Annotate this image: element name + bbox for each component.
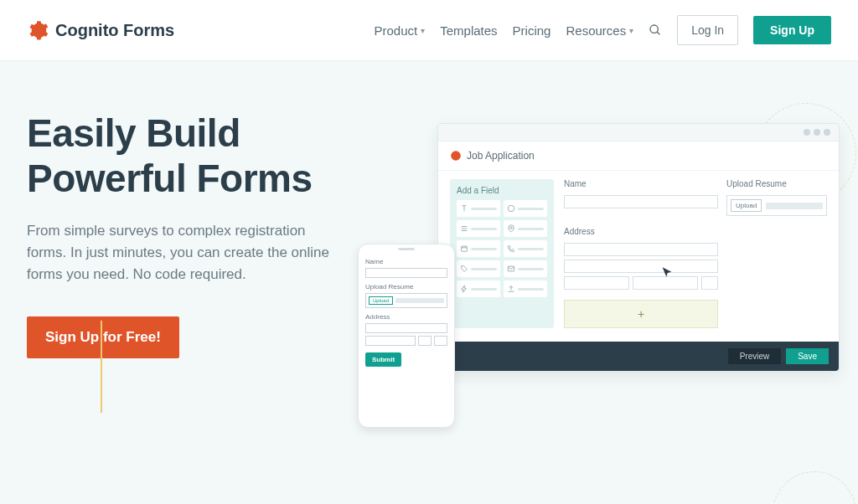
top-nav: Cognito Forms Product▾ Templates Pricing… (0, 0, 858, 61)
hero-illustration: Job Application Add a Field (362, 111, 831, 504)
preview-name-input (564, 195, 718, 208)
add-field-zone[interactable]: + (564, 300, 718, 328)
field-type-location[interactable] (504, 220, 547, 237)
field-type-emoji[interactable] (504, 200, 547, 217)
nav-resources[interactable]: Resources▾ (566, 23, 633, 38)
nav-links: Product▾ Templates Pricing Resources▾ Lo… (375, 15, 831, 45)
preview-upload-label: Upload Resume (726, 179, 827, 188)
pin-icon (507, 224, 515, 233)
preview-button[interactable]: Preview (728, 348, 782, 364)
phone-submit-button: Submit (365, 352, 401, 367)
field-type-email[interactable] (504, 260, 547, 277)
list-icon (460, 224, 468, 233)
signup-button[interactable]: Sign Up (753, 16, 831, 44)
headline: Easily Build Powerful Forms (27, 111, 362, 202)
preview-upload-box: Upload (726, 195, 827, 216)
tag-icon (460, 265, 468, 273)
nav-pricing[interactable]: Pricing (513, 23, 551, 38)
phone-mockup: Name Upload Resume Upload Address Submit (358, 244, 455, 428)
cta-button[interactable]: Sign Up for Free! (27, 316, 179, 358)
field-type-upload[interactable] (504, 280, 547, 297)
login-button[interactable]: Log In (677, 15, 738, 45)
decorative-circle (773, 471, 856, 504)
form-preview: Name Address + (564, 179, 827, 328)
field-type-date[interactable] (457, 240, 500, 257)
phone-upload-box: Upload (365, 293, 447, 308)
bolt-icon (460, 285, 468, 293)
chevron-down-icon: ▾ (629, 26, 633, 35)
search-icon[interactable] (649, 23, 662, 37)
brand-logo[interactable]: Cognito Forms (27, 19, 174, 41)
preview-name-label: Name (564, 179, 718, 188)
svg-point-0 (650, 25, 658, 33)
window-dot-icon (804, 129, 810, 136)
smile-icon (507, 204, 515, 213)
preview-address-city (564, 276, 629, 290)
hero-subtext: From simple surveys to complex registrat… (27, 220, 345, 286)
phone-icon (507, 244, 515, 253)
phone-address-zip (434, 336, 447, 346)
preview-address-label: Address (564, 227, 718, 236)
window-controls (438, 124, 839, 141)
builder-action-bar: Preview Save (438, 342, 839, 371)
nav-templates[interactable]: Templates (440, 23, 497, 38)
field-type-lightning[interactable] (457, 280, 500, 297)
phone-address-state (418, 336, 432, 346)
gear-icon (450, 150, 462, 162)
phone-upload-btn: Upload (369, 296, 393, 305)
form-builder-window: Job Application Add a Field (437, 123, 840, 372)
window-dot-icon (814, 129, 820, 136)
builder-title-bar: Job Application (438, 141, 839, 171)
phone-address-line (365, 323, 447, 333)
field-type-list[interactable] (457, 220, 500, 237)
nav-product[interactable]: Product▾ (375, 23, 426, 38)
upload-icon (507, 285, 515, 293)
svg-rect-5 (462, 246, 468, 251)
calendar-icon (460, 244, 468, 253)
chevron-down-icon: ▾ (421, 26, 425, 35)
field-palette: Add a Field (450, 179, 554, 328)
decorative-line (101, 321, 102, 413)
svg-point-3 (508, 205, 514, 212)
window-dot-icon (824, 129, 830, 136)
mail-icon (507, 265, 515, 273)
hero-section: Easily Build Powerful Forms From simple … (0, 61, 858, 504)
text-icon (460, 204, 468, 213)
phone-name-input (365, 268, 447, 278)
phone-upload-label: Upload Resume (365, 283, 447, 291)
preview-upload-btn: Upload (731, 199, 762, 212)
field-type-tag[interactable] (457, 260, 500, 277)
preview-address-zip (701, 276, 718, 290)
palette-title: Add a Field (457, 186, 547, 195)
phone-name-label: Name (365, 258, 447, 265)
gear-icon (27, 19, 49, 41)
field-type-text[interactable] (457, 200, 500, 217)
phone-address-label: Address (365, 313, 447, 321)
preview-address-line (564, 243, 718, 256)
svg-point-2 (451, 151, 461, 161)
preview-address-line (564, 260, 718, 273)
save-button[interactable]: Save (786, 348, 829, 364)
brand-text: Cognito Forms (55, 21, 174, 40)
hero-text: Easily Build Powerful Forms From simple … (27, 111, 362, 504)
svg-point-4 (510, 227, 513, 229)
phone-address-city (365, 336, 416, 346)
svg-line-1 (657, 32, 659, 34)
builder-body: Add a Field (438, 171, 839, 342)
cursor-icon (660, 266, 674, 280)
field-type-phone[interactable] (504, 240, 547, 257)
